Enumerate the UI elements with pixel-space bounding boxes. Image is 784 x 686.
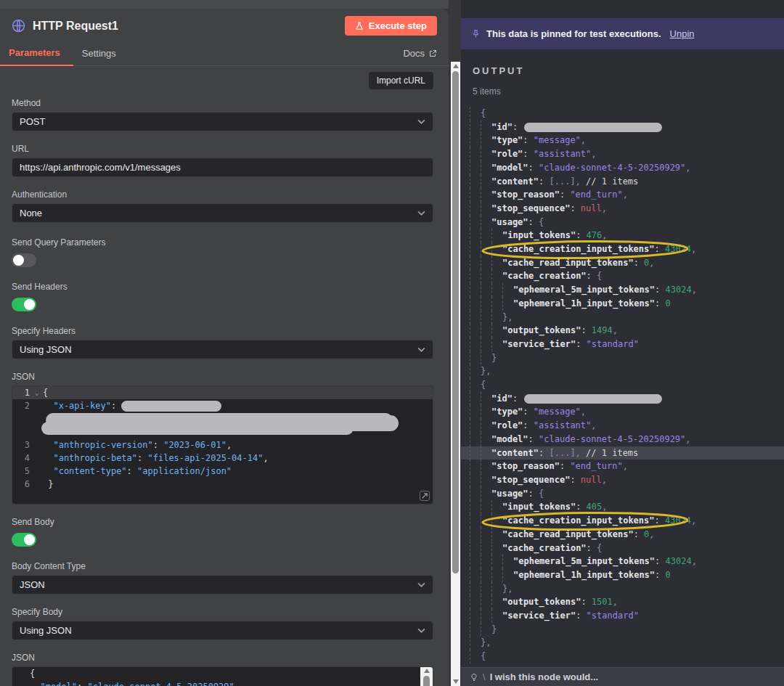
indent-guide xyxy=(470,392,481,406)
indent-guide xyxy=(470,175,481,189)
indent-guide xyxy=(481,283,491,297)
node-detail-panel: HTTP Request1 Execute step Parameters Se… xyxy=(0,9,449,686)
node-header: HTTP Request1 Execute step xyxy=(0,9,449,36)
indent-guide xyxy=(481,433,491,446)
json-line: "cache_creation_input_tokens": 43024, xyxy=(461,514,784,528)
indent-guide xyxy=(481,311,491,324)
json-line: "content": [...], // 1 items xyxy=(461,175,784,189)
fold-gutter xyxy=(31,438,43,452)
json-line: "ephemeral_1h_input_tokens": 0 xyxy=(461,568,784,582)
import-curl-button[interactable]: Import cURL xyxy=(369,72,433,89)
tab-parameters[interactable]: Parameters xyxy=(0,43,73,66)
wish-divider: \ xyxy=(483,671,486,682)
json-line: "service_tier": "standard" xyxy=(461,609,784,623)
method-select[interactable]: POST xyxy=(12,112,433,131)
json-line: "output_tokens": 1501, xyxy=(461,595,784,609)
json-line: "ephemeral_5m_input_tokens": 43024, xyxy=(461,555,784,568)
json-line: } xyxy=(461,351,784,365)
editor-line xyxy=(12,412,433,438)
docs-link[interactable]: Docs xyxy=(403,48,437,65)
fold-gutter xyxy=(31,452,43,465)
line-number: 5 xyxy=(12,465,31,478)
json-line: "stop_reason": "end_turn", xyxy=(461,460,784,473)
indent-guide xyxy=(491,528,502,542)
indent-guide xyxy=(481,242,491,256)
headers-json-editor[interactable]: 1⌄{2 "x-api-key": 3 "anthropic-version":… xyxy=(12,385,433,505)
method-label: Method xyxy=(12,98,433,108)
indent-guide xyxy=(481,351,491,365)
tab-settings[interactable]: Settings xyxy=(73,44,126,65)
json-line: "role": "assistant", xyxy=(461,419,784,433)
body-content-type-select[interactable]: JSON xyxy=(12,575,433,595)
body-content-type-label: Body Content Type xyxy=(12,561,433,571)
scroll-down-arrow[interactable] xyxy=(453,679,459,684)
indent-guide xyxy=(470,514,481,528)
redacted-id-blob xyxy=(524,394,662,404)
indent-guide xyxy=(491,500,502,514)
json-line: "input_tokens": 476, xyxy=(461,229,784,242)
json-line: "model": "claude-sonnet-4-5-20250929", xyxy=(461,161,784,175)
parameters-scrollbar[interactable] xyxy=(451,62,460,686)
specify-body-select[interactable]: Using JSON xyxy=(12,621,433,640)
json-line: "output_tokens": 1494, xyxy=(461,324,784,338)
json-line: "stop_reason": "end_turn", xyxy=(461,188,784,202)
indent-guide xyxy=(470,202,481,216)
send-body-toggle[interactable] xyxy=(12,533,36,547)
editor-line: 5 "content-type": "application/json" xyxy=(12,465,433,478)
indent-guide xyxy=(491,338,502,351)
headers-json-label: JSON xyxy=(12,372,433,382)
wish-bar[interactable]: \ I wish this node would... xyxy=(461,667,784,686)
globe-icon xyxy=(12,19,25,33)
indent-guide xyxy=(470,283,481,297)
json-line: "ephemeral_5m_input_tokens": 43024, xyxy=(461,283,784,297)
fold-chevron-icon[interactable]: ⌄ xyxy=(31,386,43,399)
scrollbar-thumb[interactable] xyxy=(452,71,459,573)
json-line: "model": "claude-sonnet-4-5-20250929", xyxy=(461,433,784,446)
redacted-api-key-blob xyxy=(41,422,354,435)
specify-headers-select[interactable]: Using JSON xyxy=(12,340,433,359)
send-query-parameters-toggle[interactable] xyxy=(12,253,36,267)
chevron-down-icon xyxy=(417,582,425,587)
indent-guide xyxy=(491,229,502,242)
json-line: } xyxy=(461,623,784,637)
body-json-editor[interactable]: { "model": "claude-sonnet-4-5-20250929",… xyxy=(12,666,433,686)
json-line: "content": [...], // 1 items xyxy=(461,446,784,460)
fold-gutter xyxy=(31,465,43,478)
indent-guide xyxy=(470,378,481,392)
json-line: "service_tier": "standard" xyxy=(461,338,784,351)
json-line: }, xyxy=(461,582,784,596)
editor-resize-grip[interactable] xyxy=(420,491,430,501)
indent-guide xyxy=(481,269,491,283)
editor-line: { xyxy=(12,667,433,680)
json-line: }, xyxy=(461,311,784,324)
send-headers-toggle[interactable] xyxy=(12,298,36,311)
indent-guide xyxy=(470,364,481,378)
output-json-tree: {"id": "type": "message","role": "assist… xyxy=(461,107,784,663)
json-line: { xyxy=(461,650,784,663)
indent-guide xyxy=(470,542,481,555)
indent-guide xyxy=(470,351,481,365)
indent-guide xyxy=(481,419,491,433)
unpin-link[interactable]: Unpin xyxy=(670,28,695,39)
indent-guide xyxy=(470,568,481,582)
indent-guide xyxy=(470,609,481,623)
authentication-select[interactable]: None xyxy=(12,203,433,223)
indent-guide xyxy=(481,229,491,242)
indent-guide xyxy=(481,175,491,189)
indent-guide xyxy=(470,242,481,256)
indent-guide xyxy=(481,473,491,487)
execute-step-button[interactable]: Execute step xyxy=(345,16,437,36)
indent-guide xyxy=(481,202,491,216)
indent-guide xyxy=(491,609,502,623)
pinned-banner-text: This data is pinned for test executions. xyxy=(486,28,661,39)
editor-line: 2 "x-api-key": xyxy=(12,399,433,412)
indent-guide xyxy=(470,623,481,637)
chevron-down-icon xyxy=(417,119,425,124)
send-query-parameters-label: Send Query Parameters xyxy=(12,237,433,248)
pin-icon xyxy=(471,28,481,39)
scroll-up-arrow[interactable] xyxy=(453,64,459,68)
output-title: OUTPUT xyxy=(473,65,784,76)
url-input[interactable]: https://api.anthropic.com/v1/messages xyxy=(12,158,433,177)
indent-guide xyxy=(481,121,491,134)
url-label: URL xyxy=(12,144,433,154)
